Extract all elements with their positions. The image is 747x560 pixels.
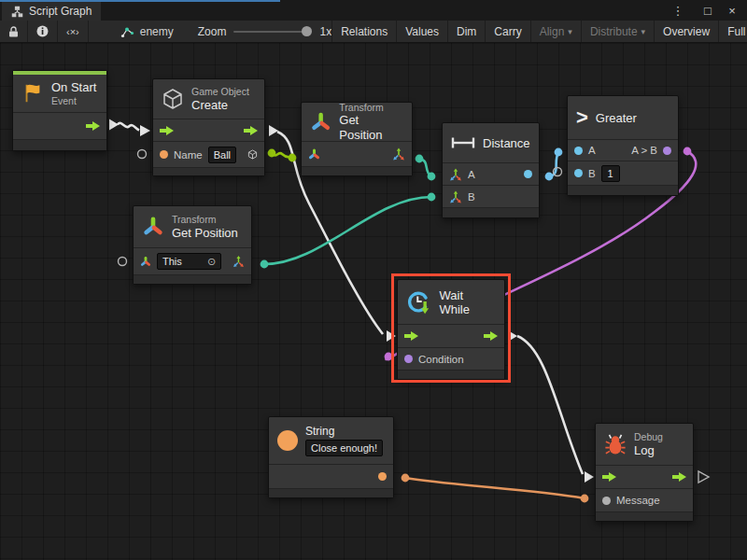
node-header: Wait While (398, 280, 504, 324)
message-input-port[interactable] (602, 497, 611, 505)
node-footer (596, 511, 693, 521)
node-on-start[interactable]: On Start Event (12, 70, 107, 151)
flow-port-row (596, 465, 693, 488)
node-title: On Start (51, 80, 96, 95)
vector3-output-port[interactable] (233, 255, 245, 268)
port-row: This ⊙ (134, 247, 251, 274)
message-port-row: Message (596, 488, 693, 511)
node-title: Create (191, 98, 249, 113)
node-subtitle: Event (51, 95, 96, 107)
maximize-icon[interactable]: □ (697, 4, 719, 18)
vector3-input-port[interactable] (449, 168, 462, 181)
window-close-button[interactable]: × (721, 0, 743, 21)
vector3-input-port[interactable] (449, 190, 462, 203)
node-wait-while[interactable]: Wait While Condition (397, 279, 505, 380)
flow-output-port[interactable] (86, 121, 100, 131)
relations-toggle-button[interactable]: Relations (331, 21, 397, 42)
vector3-output-port[interactable] (392, 147, 405, 161)
zoom-level-value: 1x (319, 25, 331, 38)
info-button[interactable] (28, 21, 58, 42)
node-footer (134, 274, 251, 284)
game-object-output-port[interactable] (247, 148, 258, 161)
lock-button[interactable] (0, 21, 28, 42)
node-get-position-enemy[interactable]: Transform Get Position (301, 102, 413, 176)
node-debug-log[interactable]: Debug Log Message (595, 423, 694, 522)
bool-output-port[interactable] (663, 147, 671, 155)
chevron-down-icon: ▾ (568, 27, 572, 36)
flow-output-port[interactable] (244, 126, 258, 135)
node-category: Transform (339, 102, 403, 114)
node-header: Transform Get Position (134, 206, 251, 247)
port-label: Name (174, 149, 203, 161)
graph-name-label: enemy (140, 25, 174, 38)
tab-script-graph[interactable]: Script Graph (2, 2, 101, 21)
zoom-slider[interactable] (233, 31, 312, 33)
code-view-button[interactable]: ‹×› (58, 21, 89, 42)
string-output-port[interactable] (378, 472, 387, 481)
b-value-field[interactable]: 1 (601, 165, 620, 182)
node-title: Get Position (172, 226, 238, 241)
node-category: Game Object (191, 86, 249, 98)
port-label: Message (616, 495, 660, 506)
node-footer (443, 207, 539, 217)
flag-icon (21, 82, 44, 105)
full-screen-button[interactable]: Full Screen (719, 21, 747, 42)
close-icon[interactable]: × (721, 4, 743, 18)
values-toggle-button[interactable]: Values (397, 21, 448, 42)
window-maximize-button[interactable]: □ (697, 0, 719, 21)
name-value-field[interactable]: Ball (208, 147, 236, 163)
port-label: B (588, 168, 596, 179)
node-title: Get Position (339, 113, 403, 142)
zoom-slider-handle[interactable] (302, 26, 312, 36)
output-port-row (269, 464, 393, 488)
float-input-port[interactable] (574, 147, 583, 155)
string-value-field[interactable]: Close enough! (305, 440, 383, 456)
node-header: Game Object Create (153, 79, 264, 119)
object-picker-icon[interactable]: ⊙ (207, 255, 216, 268)
info-icon (36, 25, 49, 37)
node-get-position-self[interactable]: Transform Get Position This ⊙ (133, 205, 252, 285)
graph-toolbar: ‹×› enemy Zoom 1x Relations Values Dim C… (0, 21, 747, 43)
node-footer (13, 139, 106, 150)
graph-context-icon (120, 25, 134, 38)
node-distance[interactable]: Distance A B (442, 122, 540, 218)
float-input-port[interactable] (574, 169, 583, 177)
focus-highlight-line (0, 0, 280, 2)
target-value-field[interactable]: This ⊙ (157, 253, 221, 270)
string-icon (277, 430, 298, 451)
graph-icon (11, 6, 23, 18)
float-output-port[interactable] (524, 170, 532, 178)
flow-output-port[interactable] (672, 472, 686, 482)
node-string[interactable]: String Close enough! (268, 416, 394, 498)
node-footer (302, 166, 412, 175)
window-menu-button[interactable]: ⋮ (667, 0, 689, 21)
name-port-row: Name Ball (153, 141, 264, 167)
wait-clock-icon (406, 289, 431, 315)
align-dropdown-button[interactable]: Align ▾ (531, 21, 582, 42)
node-create[interactable]: Game Object Create Name Ball (152, 78, 265, 176)
flow-input-port[interactable] (404, 331, 418, 341)
input-a-row: A (443, 162, 539, 185)
distribute-dropdown-button[interactable]: Distribute ▾ (582, 21, 655, 42)
kebab-icon[interactable]: ⋮ (667, 4, 689, 18)
string-input-port[interactable] (160, 150, 168, 159)
carry-toggle-button[interactable]: Carry (486, 21, 530, 42)
flow-input-port[interactable] (160, 126, 174, 135)
node-greater[interactable]: > Greater A A > B B 1 (567, 95, 679, 196)
flow-output-port[interactable] (484, 331, 498, 341)
target-value: This (162, 255, 182, 268)
flow-input-port[interactable] (602, 472, 616, 482)
port-label: Condition (418, 354, 464, 365)
node-header: Transform Get Position (302, 103, 412, 141)
graph-context-button[interactable]: enemy (120, 21, 174, 42)
carry-label: Carry (494, 25, 521, 38)
input-a-row: A A > B (568, 139, 678, 161)
overview-button[interactable]: Overview (655, 21, 719, 42)
bool-input-port[interactable] (404, 355, 413, 363)
distribute-label: Distribute (590, 25, 638, 38)
transform-input-port[interactable] (140, 256, 151, 268)
node-category: Debug (634, 431, 663, 443)
dim-toggle-button[interactable]: Dim (448, 21, 486, 42)
transform-input-port[interactable] (308, 148, 320, 161)
zoom-label: Zoom (198, 25, 227, 38)
